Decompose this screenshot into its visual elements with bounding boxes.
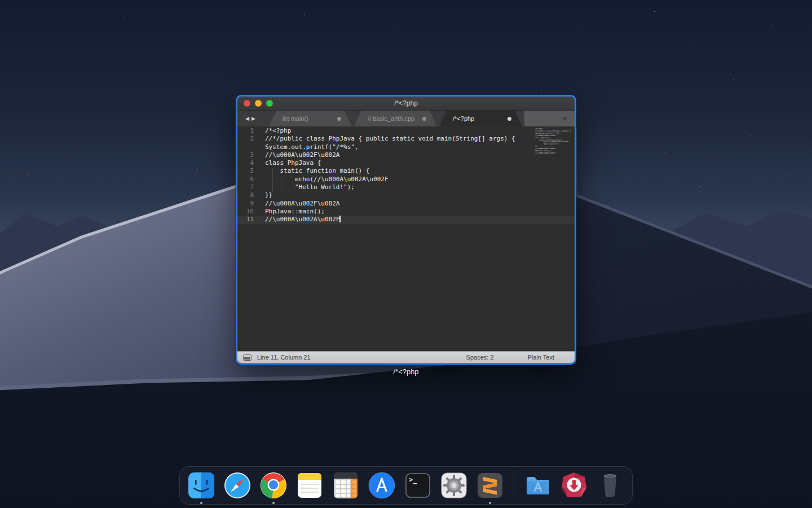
stars: [0, 0, 1, 1]
window-title: /*<?php: [394, 99, 418, 107]
code-line: 8 }}: [237, 191, 575, 199]
code-line: System.out.printf("/*%s",: [237, 143, 575, 151]
dock-item-chrome[interactable]: [259, 471, 288, 500]
line-text: System.out.printf("/*%s",: [254, 143, 359, 151]
window-caption: /*<?php: [236, 367, 576, 376]
tab-modified-dot[interactable]: [422, 117, 426, 121]
line-text: "Hello World!");: [254, 183, 355, 191]
line-number: 7: [237, 183, 254, 191]
syntax-setting[interactable]: Plain Text: [528, 354, 555, 361]
code-line: 1 /*<?php: [237, 127, 575, 135]
line-text: static function main() {: [254, 167, 369, 175]
line-text: //\u000A\u002F\u002A: [254, 151, 339, 159]
dock: >_: [179, 466, 633, 505]
sublime-text-icon: [475, 471, 505, 500]
tabs-region: int main() // basic_arith.cpp /*<?php ▼: [269, 111, 575, 126]
line-number: 3: [237, 151, 254, 159]
tab-label: int main(): [283, 115, 308, 122]
line-number: 6: [237, 176, 254, 183]
running-indicator: [272, 502, 275, 504]
dock-item-calculator[interactable]: [331, 471, 360, 500]
minimap[interactable]: /*<?php //*/public class PhpJava { publi…: [535, 128, 571, 155]
line-number: 2: [237, 135, 254, 143]
gear-icon: [439, 471, 469, 500]
code-line: 9 //\u000A\u002F\u002A: [237, 200, 575, 208]
window-titlebar[interactable]: /*<?php: [237, 97, 575, 111]
code-line: 6 echo(//\u000A\u002A\u002F: [237, 176, 575, 183]
code-lines: 1 /*<?php 2 //*/public class PhpJava { p…: [237, 127, 575, 224]
tab-nav-arrows: ◀ ▶: [237, 111, 263, 126]
dock-item-app-store[interactable]: [367, 471, 396, 500]
code-line: 4 class PhpJava {: [237, 159, 575, 167]
zoom-button[interactable]: [266, 100, 273, 107]
traffic-lights: [244, 97, 273, 110]
line-number: 8: [237, 191, 254, 199]
line-number: 9: [237, 200, 254, 208]
dock-item-finder[interactable]: [187, 471, 216, 500]
chevron-down-icon: ▼: [562, 115, 568, 122]
dock-item-trash[interactable]: [595, 471, 625, 500]
tab-php[interactable]: /*<?php: [439, 111, 522, 126]
line-number: 4: [237, 159, 254, 167]
dock-item-notes[interactable]: [295, 471, 324, 500]
safari-icon: [223, 471, 252, 500]
dock-item-downloads[interactable]: [559, 471, 589, 500]
svg-text:>_: >_: [409, 476, 417, 484]
trash-icon: [595, 471, 625, 500]
line-text: /*<?php: [254, 127, 291, 135]
line-text: PhpJava::main();: [254, 208, 325, 216]
code-line: 11 //\u000A\u002A\u002F: [237, 216, 575, 224]
tab-basic-arith[interactable]: // basic_arith.cpp: [354, 111, 437, 126]
line-text: class PhpJava {: [254, 159, 321, 167]
code-line: 3 //\u000A\u002F\u002A: [237, 151, 575, 159]
close-button[interactable]: [244, 100, 250, 107]
sublime-text-window: /*<?php ◀ ▶ int main() // basic_arith.cp…: [236, 95, 576, 365]
notes-icon: [295, 471, 324, 500]
minimize-button[interactable]: [255, 100, 262, 107]
line-number: 1: [237, 127, 254, 135]
indent-setting[interactable]: Spaces: 2: [466, 354, 494, 361]
finder-icon: [187, 471, 216, 500]
code-line: 7 "Hello World!");: [237, 183, 575, 191]
code-line: 2 //*/public class PhpJava { public stat…: [237, 135, 575, 143]
app-store-icon: [367, 471, 396, 500]
line-number: 5: [237, 167, 254, 175]
indent-guides: [272, 168, 281, 192]
line-number: 11: [237, 216, 254, 224]
dock-item-sublime-text[interactable]: [475, 471, 505, 500]
tab-bar: ◀ ▶ int main() // basic_arith.cpp /*<?ph…: [237, 111, 575, 126]
chrome-icon: [259, 471, 288, 500]
tab-label: /*<?php: [453, 115, 474, 122]
dock-item-terminal[interactable]: >_: [403, 471, 433, 500]
line-text: //\u000A\u002A\u002F: [254, 216, 341, 224]
applications-folder-icon: [523, 471, 553, 500]
dock-divider: [514, 470, 514, 501]
dock-item-safari[interactable]: [223, 471, 252, 500]
dock-item-system-preferences[interactable]: [439, 471, 469, 500]
tab-back-icon[interactable]: ◀: [245, 116, 249, 121]
cursor-position: Line 11, Column 21: [257, 354, 311, 361]
text-cursor: [339, 216, 341, 222]
panel-toggle-icon[interactable]: [243, 354, 251, 361]
dock-item-applications-folder[interactable]: [523, 471, 553, 500]
tab-int-main[interactable]: int main(): [269, 111, 352, 126]
tab-overflow-button[interactable]: ▼: [555, 111, 575, 126]
status-bar: Line 11, Column 21 Spaces: 2 Plain Text: [237, 351, 575, 363]
code-line: 5 static function main() {: [237, 167, 575, 175]
line-text: }}: [254, 191, 272, 199]
line-text: //\u000A\u002F\u002A: [254, 200, 339, 208]
download-arrow-icon: [559, 471, 589, 500]
running-indicator: [200, 502, 202, 504]
terminal-icon: >_: [403, 471, 433, 500]
tab-filler: [524, 111, 555, 126]
tab-label: // basic_arith.cpp: [368, 115, 414, 122]
line-number: [237, 143, 254, 151]
tab-modified-dot[interactable]: [508, 117, 511, 121]
line-number: 10: [237, 208, 254, 216]
tab-modified-dot[interactable]: [337, 117, 341, 121]
code-line: 10 PhpJava::main();: [237, 208, 575, 216]
tab-forward-icon[interactable]: ▶: [251, 116, 255, 121]
running-indicator: [489, 502, 491, 504]
calculator-icon: [331, 471, 360, 500]
editor-area[interactable]: 1 /*<?php 2 //*/public class PhpJava { p…: [237, 126, 575, 351]
